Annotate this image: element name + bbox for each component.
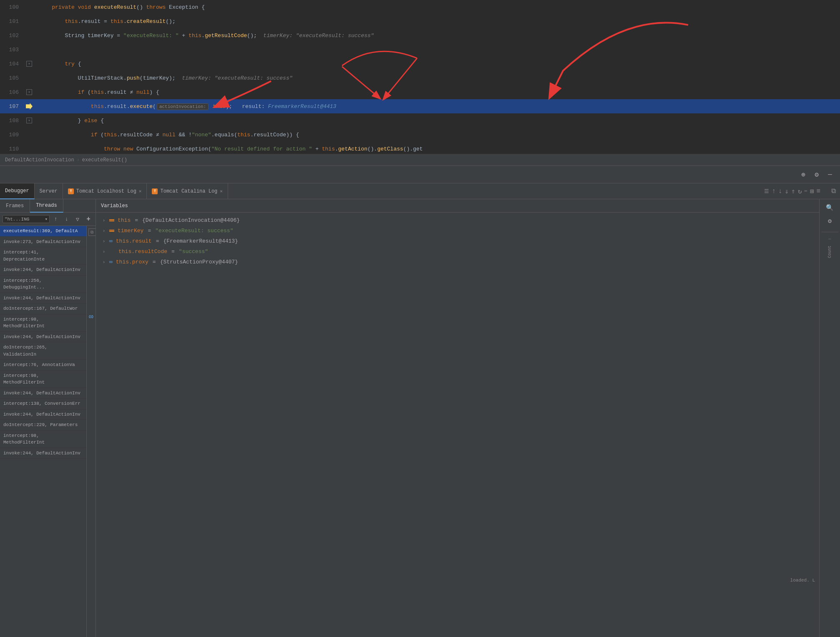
code-line-102: 102 String timerKey = "executeResult: " … [0, 28, 840, 43]
frame-dropdown-text: "ht...ING [5, 217, 29, 222]
frame-name-12: invoke:244, DefaultActionInv [3, 391, 80, 396]
var-expand-result[interactable]: › [101, 239, 107, 244]
settings-btn-right[interactable]: ⚙ [824, 215, 836, 227]
var-name-result: this.result [116, 238, 152, 244]
var-expand-proxy[interactable]: › [101, 260, 107, 265]
tab-icon-up2[interactable]: ⇑ [791, 187, 795, 196]
frame-item-16[interactable]: intercept:98, MethodFilterInt [0, 431, 86, 448]
var-expand-timerkey[interactable]: › [101, 228, 107, 233]
tab-icon-layout[interactable]: ⧉ [831, 187, 836, 195]
tab-icon-lines[interactable]: ≡ [816, 188, 820, 195]
var-val-result: {FreemarkerResult@4413} [163, 238, 238, 244]
settings-btn[interactable]: ⚙ [811, 169, 822, 181]
frame-name-9: doIntercept:265, ValidationIn [3, 345, 48, 357]
fold-icon-106[interactable]: ▾ [26, 89, 32, 95]
frame-item-2[interactable]: intercept:41, DeprecationInte [0, 247, 86, 265]
frame-item-3[interactable]: invoke:244, DefaultActionInv [0, 265, 86, 276]
frame-item-17[interactable]: invoke:244, DefaultActionInv [0, 448, 86, 459]
var-list: › this = {DefaultActionInvocation@4406} … [96, 213, 819, 637]
var-item-this[interactable]: › this = {DefaultActionInvocation@4406} [96, 215, 819, 226]
left-panel: Frames Threads "ht...ING ▾ ↑ ↓ ▽ + [0, 199, 96, 637]
code-line-104: 104 ▾ try { [0, 57, 840, 71]
debug-arrow-107 [26, 103, 33, 110]
var-expand-resultcode[interactable]: › [101, 249, 107, 254]
code-line-108: 108 ▾ } else { [0, 113, 840, 128]
frame-item-active[interactable]: executeResult:369, DefaultA [0, 226, 86, 237]
tab-icon-down[interactable]: ↓ [778, 188, 782, 195]
frame-name-16: intercept:98, MethodFilterInt [3, 433, 45, 445]
frame-item-10[interactable]: intercept:76, AnnotationVa [0, 360, 86, 371]
var-item-result[interactable]: › ∞ this.result = {FreemarkerResult@4413… [96, 236, 819, 246]
search-btn-right[interactable]: 🔍 [824, 202, 836, 213]
infinity-icon-proxy: ∞ [109, 259, 113, 265]
tab-server[interactable]: Server [35, 183, 63, 199]
frame-item-12[interactable]: invoke:244, DefaultActionInv [0, 388, 86, 399]
var-icon-this [109, 219, 115, 221]
var-val-timerkey: "executeResult: success" [155, 228, 233, 234]
variables-panel: Variables › this = {DefaultActionInvocat… [96, 199, 819, 637]
code-line-105: 105 UtilTimerStack.push(timerKey); timer… [0, 71, 840, 85]
tab-icon-down2[interactable]: ⇓ [785, 187, 789, 196]
var-val-this: {DefaultActionInvocation@4406} [142, 217, 240, 223]
frame-up-btn[interactable]: ↑ [51, 215, 60, 224]
frame-item-6[interactable]: doIntercept:167, DefaultWor [0, 303, 86, 314]
tab-tomcat-localhost-close[interactable]: ✕ [139, 188, 142, 194]
frame-name-14: invoke:244, DefaultActionInv [3, 412, 80, 417]
var-item-resultcode[interactable]: › this.resultCode = "success" [96, 246, 819, 257]
frame-name-2: intercept:41, DeprecationInte [3, 250, 45, 262]
frame-item-15[interactable]: doIntercept:229, Parameters [0, 420, 86, 431]
frame-item-14[interactable]: invoke:244, DefaultActionInv [0, 409, 86, 420]
frame-name-0: executeResult:369, DefaultA [3, 228, 78, 233]
frame-name-5: invoke:244, DefaultActionInv [3, 296, 80, 301]
fold-icon-104[interactable]: ▾ [26, 61, 32, 67]
minimize-btn[interactable]: — [824, 169, 836, 181]
frame-item-8[interactable]: invoke:244, DefaultActionInv [0, 332, 86, 343]
add-watch-btn[interactable]: ⊕ [797, 169, 809, 181]
frame-down-btn[interactable]: ↓ [62, 215, 71, 224]
var-expand-this[interactable]: › [101, 218, 107, 223]
frames-label: Frames [6, 203, 24, 209]
fold-icon-108[interactable]: ▾ [26, 118, 32, 123]
code-line-101: 101 this.result = this.createResult(); [0, 14, 840, 28]
tab-tomcat-catalina-close[interactable]: ✕ [220, 188, 223, 194]
frame-item-9[interactable]: doIntercept:265, ValidationIn [0, 342, 86, 360]
count-label: Count [827, 246, 832, 258]
code-line-109: 109 if (this.resultCode ≠ null && !"none… [0, 128, 840, 142]
frame-item-5[interactable]: invoke:244, DefaultActionInv [0, 293, 86, 304]
frame-filter-btn[interactable]: ▽ [73, 215, 82, 224]
var-eq-this: = [135, 217, 138, 223]
frame-name-6: doIntercept:167, DefaultWor [3, 306, 78, 311]
frame-name-17: invoke:244, DefaultActionInv [3, 451, 80, 456]
panel-tabs: Frames Threads [0, 199, 96, 213]
infinity-icon-result: ∞ [109, 238, 113, 244]
tab-icon-up[interactable]: ↑ [772, 188, 776, 195]
threads-tab[interactable]: Threads [30, 199, 63, 213]
infinity-btn[interactable]: ∞ [89, 313, 93, 321]
frame-item-7[interactable]: intercept:98, MethodFilterInt [0, 314, 86, 332]
tomcat-icon-1: T [68, 188, 74, 194]
tab-icon-grid[interactable]: ⊞ [810, 187, 814, 196]
toolbar: ⊕ ⚙ — [0, 166, 840, 183]
tab-icon-restore[interactable]: ☰ [764, 188, 769, 195]
frame-item-1[interactable]: invoke:273, DefaultActionInv [0, 237, 86, 248]
breadcrumb-method[interactable]: executeResult() [82, 157, 127, 163]
frame-name-1: invoke:273, DefaultActionInv [3, 239, 80, 244]
copy-btn[interactable]: ⧉ [88, 228, 96, 236]
frame-add-btn[interactable]: + [84, 215, 93, 224]
tab-tomcat-catalina[interactable]: T Tomcat Catalina Log ✕ [147, 183, 228, 199]
tab-tomcat-localhost[interactable]: T Tomcat Localhost Log ✕ [63, 183, 147, 199]
var-item-timerkey[interactable]: › timerKey = "executeResult: success" [96, 226, 819, 236]
tab-icon-refresh[interactable]: ↻ [798, 187, 802, 196]
frame-dropdown[interactable]: "ht...ING ▾ [3, 215, 50, 223]
var-item-proxy[interactable]: › ∞ this.proxy = {StrutsActionProxy@4407… [96, 257, 819, 267]
frame-item-4[interactable]: intercept:256, DebuggingInt... [0, 276, 86, 293]
code-line-103: 103 [0, 43, 840, 57]
frame-item-11[interactable]: intercept:98, MethodFilterInt [0, 371, 86, 388]
frames-tab[interactable]: Frames [0, 199, 30, 213]
var-name-this: this [118, 217, 131, 223]
tab-icon-x[interactable]: ✂ [805, 188, 807, 194]
frame-item-13[interactable]: intercept:138, ConversionErr [0, 399, 86, 409]
code-line-100: 100 private void executeResult() throws … [0, 0, 840, 14]
tab-debugger[interactable]: Debugger [0, 183, 35, 199]
breadcrumb-class[interactable]: DefaultActionInvocation [5, 157, 74, 163]
